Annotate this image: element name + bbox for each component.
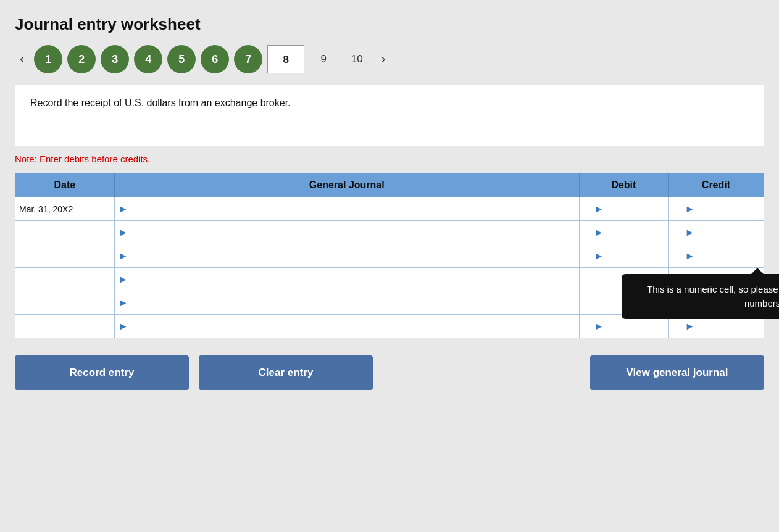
journal-cell-6[interactable]: ► [114,315,579,338]
prev-arrow[interactable]: ‹ [15,49,29,70]
credit-input-1[interactable] [699,204,760,214]
journal-input-6[interactable] [132,321,543,331]
debit-cell-3[interactable]: ► [579,244,668,268]
journal-input-5[interactable] [132,297,543,308]
credit-cell-2[interactable]: ► [668,221,764,244]
arrow-indicator-j3: ► [119,251,128,261]
navigation-row: ‹ 1 2 3 4 5 6 7 8 9 10 › [15,45,764,73]
tab-6[interactable]: 6 [201,45,229,73]
debit-input-6[interactable] [607,321,664,331]
arrow-indicator: ► [119,204,128,214]
arrow-indicator-c1: ► [685,204,695,214]
credit-input-3[interactable] [699,251,760,261]
arrow-indicator-d6: ► [594,321,604,331]
page-title: Journal entry worksheet [15,15,764,34]
tab-4[interactable]: 4 [134,45,162,73]
view-general-journal-button[interactable]: View general journal [590,355,764,390]
tab-1[interactable]: 1 [34,45,62,73]
arrow-indicator-c2: ► [685,227,695,238]
debit-cell-1[interactable]: ► [579,197,668,221]
journal-table: Date General Journal Debit Credit Mar. 3… [15,173,764,338]
tab-2[interactable]: 2 [67,45,96,73]
arrow-indicator-c3: ► [685,251,695,261]
tab-5[interactable]: 5 [167,45,196,73]
date-cell-1: Mar. 31, 20X2 [15,197,115,221]
arrow-indicator-d3: ► [594,251,604,261]
tab-8-active[interactable]: 8 [267,45,304,73]
arrow-indicator-j5: ► [119,297,128,308]
journal-cell-2[interactable]: ► [114,221,579,244]
credit-cell-1[interactable]: ► [668,197,764,221]
tooltip-message: This is a numeric cell, so please enter … [647,284,779,309]
debit-cell-2[interactable]: ► [579,221,668,244]
instruction-text: Record the receipt of U.S. dollars from … [30,98,291,108]
debit-input-2[interactable] [607,227,664,238]
journal-input-1[interactable] [132,204,543,214]
arrow-indicator-j6: ► [119,321,128,331]
arrow-indicator-c6: ► [685,321,695,331]
tab-10[interactable]: 10 [343,45,371,73]
header-debit: Debit [579,173,668,197]
note-text: Note: Enter debits before credits. [15,154,764,164]
journal-input-3[interactable] [132,251,543,261]
arrow-indicator-d1: ► [594,204,604,214]
arrow-indicator-d2: ► [594,227,604,238]
next-arrow[interactable]: › [376,49,390,70]
instruction-box: Record the receipt of U.S. dollars from … [15,85,764,146]
tooltip-popup: ✕ This is a numeric cell, so please ente… [622,274,779,319]
table-row: Mar. 31, 20X2 ► ► ► [15,197,764,221]
date-cell-2 [15,221,115,244]
journal-cell-5[interactable]: ► [114,291,579,315]
date-cell-4 [15,268,115,291]
table-row: ► ► ► [15,221,764,244]
credit-input-2[interactable] [699,227,760,238]
debit-input-1[interactable] [607,204,664,214]
tab-9[interactable]: 9 [309,45,338,73]
credit-input-6[interactable] [699,321,760,331]
date-cell-6 [15,315,115,338]
arrow-indicator-j2: ► [119,227,128,238]
journal-input-4[interactable] [132,274,543,285]
credit-cell-3[interactable]: ► ✕ This is a numeric cell, so please en… [668,244,764,268]
arrow-indicator-j4: ► [119,274,128,285]
journal-cell-3[interactable]: ► [114,244,579,268]
clear-entry-button[interactable]: Clear entry [199,355,373,390]
record-entry-button[interactable]: Record entry [15,355,189,390]
journal-input-2[interactable] [132,227,543,238]
tab-3[interactable]: 3 [101,45,129,73]
header-journal: General Journal [114,173,579,197]
debit-input-3[interactable] [607,251,664,261]
button-row: Record entry Clear entry View general jo… [15,355,764,390]
table-row: ► ► ► ✕ This is a numeric cell, so pleas… [15,244,764,268]
header-credit: Credit [668,173,764,197]
header-date: Date [15,173,115,197]
date-cell-5 [15,291,115,315]
date-cell-3 [15,244,115,268]
journal-cell-4[interactable]: ► [114,268,579,291]
tab-7[interactable]: 7 [234,45,262,73]
journal-cell-1[interactable]: ► [114,197,579,221]
